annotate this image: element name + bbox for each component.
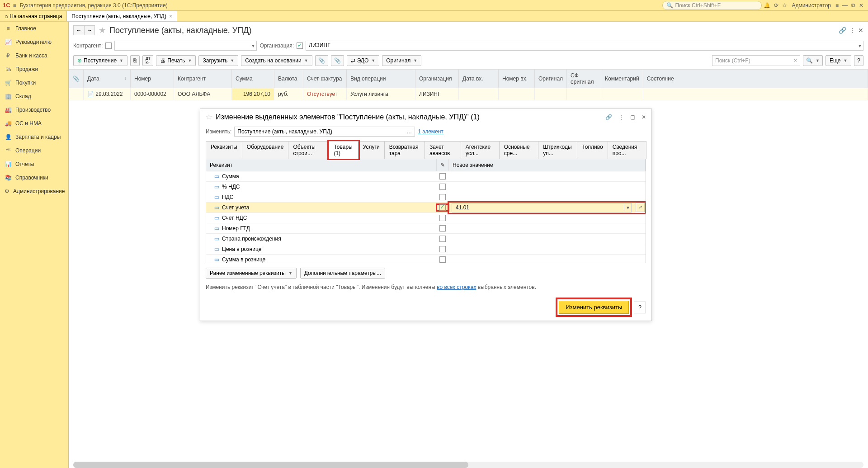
row-checkbox[interactable] bbox=[439, 246, 446, 252]
settings-icon[interactable]: ≡ bbox=[835, 2, 839, 9]
load-button[interactable]: Загрузить▼ bbox=[198, 55, 238, 66]
col-sf-original[interactable]: СФ оригинал bbox=[567, 70, 601, 88]
attach-button[interactable]: 📎 bbox=[331, 55, 344, 66]
horizontal-scrollbar[interactable] bbox=[73, 462, 863, 468]
more-button[interactable]: Еще▼ bbox=[826, 55, 851, 66]
grid-row[interactable]: ▭Цена в рознице bbox=[206, 244, 646, 255]
col-contragent[interactable]: Контрагент bbox=[174, 70, 232, 88]
restore-icon[interactable]: ⧉ bbox=[851, 2, 855, 9]
favorite-icon[interactable]: ★ bbox=[99, 25, 106, 35]
close-icon[interactable]: ✕ bbox=[859, 2, 863, 9]
tab-close-icon[interactable]: × bbox=[169, 13, 172, 19]
tab-home[interactable]: ⌂ Начальная страница bbox=[0, 11, 67, 21]
panel-more-icon[interactable]: ⋮ bbox=[618, 114, 624, 120]
star-icon[interactable]: ☆ bbox=[782, 2, 787, 9]
col-invoice[interactable]: Счет-фактура bbox=[303, 70, 347, 88]
tab-goods[interactable]: Товары (1) bbox=[329, 141, 358, 159]
col-state[interactable]: Состояние bbox=[643, 70, 868, 88]
col-num-in[interactable]: Номер вх. bbox=[499, 70, 535, 88]
grid-row[interactable]: ▭НДС bbox=[206, 192, 646, 203]
col-number[interactable]: Номер bbox=[131, 70, 174, 88]
tab-receipts[interactable]: Поступление (акты, накладные, УПД) × bbox=[67, 11, 177, 21]
global-search-input[interactable]: 🔍 Поиск Ctrl+Shift+F bbox=[662, 1, 762, 10]
original-button[interactable]: Оригинал▼ bbox=[382, 55, 421, 66]
more-icon[interactable]: ⋮ bbox=[849, 27, 855, 34]
col-currency[interactable]: Валюта bbox=[274, 70, 303, 88]
col-sum[interactable]: Сумма bbox=[232, 70, 274, 88]
grid-row[interactable]: ▭Номер ГТД bbox=[206, 223, 646, 234]
clear-icon[interactable]: × bbox=[794, 57, 797, 64]
panel-link-icon[interactable]: 🔗 bbox=[605, 114, 612, 120]
col-comment[interactable]: Комментарий bbox=[601, 70, 643, 88]
ellipsis-icon[interactable]: … bbox=[406, 128, 412, 135]
col-clip[interactable]: 📎 bbox=[69, 70, 84, 88]
row-checkbox[interactable] bbox=[439, 236, 446, 242]
sidebar-item-admin[interactable]: ⚙Администрирование bbox=[0, 184, 68, 198]
row-checkbox[interactable] bbox=[439, 173, 446, 180]
grid-col-newvalue[interactable]: Новое значение bbox=[449, 159, 646, 171]
sidebar-item-warehouse[interactable]: 🏢Склад bbox=[0, 90, 68, 103]
nav-back-button[interactable]: ← bbox=[73, 25, 84, 35]
tab-returnable[interactable]: Возвратная тара bbox=[384, 141, 425, 159]
panel-help-button[interactable]: ? bbox=[634, 302, 646, 313]
grid-row[interactable]: ▭Сумма bbox=[206, 171, 646, 182]
table-search-input[interactable]: Поиск (Ctrl+F)× bbox=[712, 55, 800, 66]
grid-col-attribute[interactable]: Реквизит bbox=[206, 159, 437, 171]
row-checkbox[interactable] bbox=[439, 225, 446, 232]
link-icon[interactable]: 🔗 bbox=[839, 27, 846, 34]
tab-barcodes[interactable]: Штрихкоды уп... bbox=[538, 141, 577, 159]
tab-requisites[interactable]: Реквизиты bbox=[206, 141, 242, 159]
value-input[interactable]: 41.01▾ bbox=[452, 203, 632, 213]
count-link[interactable]: 1 элемент bbox=[418, 128, 443, 135]
sidebar-item-sales[interactable]: 🛍Продажи bbox=[0, 62, 68, 76]
tab-advance[interactable]: Зачет авансов bbox=[425, 141, 461, 159]
table-row[interactable]: 📄 29.03.2022 0000-000002 ООО АЛЬФА 196 2… bbox=[69, 88, 868, 100]
apply-button[interactable]: Изменить реквизиты bbox=[559, 301, 629, 314]
related-button[interactable]: 📎 bbox=[315, 55, 328, 66]
previous-changes-button[interactable]: Ранее измененные реквизиты▼ bbox=[206, 268, 297, 279]
main-menu-icon[interactable]: ≡ bbox=[13, 2, 16, 9]
user-label[interactable]: Администратор bbox=[792, 2, 831, 9]
bell-icon[interactable]: 🔔 bbox=[764, 2, 770, 9]
sidebar-item-purchases[interactable]: 🛒Покупки bbox=[0, 76, 68, 90]
filter-org-combo[interactable]: ЛИЗИНГ bbox=[306, 41, 863, 51]
filter-contragent-checkbox[interactable] bbox=[105, 43, 112, 49]
tab-equipment[interactable]: Оборудование bbox=[242, 141, 289, 159]
sidebar-item-bank[interactable]: ₽Банк и касса bbox=[0, 49, 68, 62]
copy-button[interactable]: ⎘ bbox=[130, 55, 140, 66]
panel-close-icon[interactable]: ✕ bbox=[642, 114, 646, 120]
sidebar-item-assets[interactable]: 🚚ОС и НМА bbox=[0, 117, 68, 130]
tab-build-objects[interactable]: Объекты строи... bbox=[288, 141, 329, 159]
help-button[interactable]: ? bbox=[854, 55, 863, 66]
scrollbar-thumb[interactable] bbox=[73, 462, 468, 468]
tab-tracking[interactable]: Сведения про... bbox=[608, 141, 646, 159]
col-original[interactable]: Оригинал bbox=[535, 70, 567, 88]
sidebar-item-production[interactable]: 🏭Производство bbox=[0, 103, 68, 117]
edo-button[interactable]: ⇄ЭДО▼ bbox=[347, 55, 380, 66]
print-button[interactable]: 🖨Печать▼ bbox=[156, 55, 196, 66]
dropdown-icon[interactable]: ▾ bbox=[624, 204, 631, 211]
history-icon[interactable]: ⟳ bbox=[774, 2, 778, 9]
row-checkbox[interactable] bbox=[439, 184, 446, 190]
sidebar-item-hr[interactable]: 👤Зарплата и кадры bbox=[0, 130, 68, 144]
tab-services[interactable]: Услуги bbox=[358, 141, 385, 159]
col-org[interactable]: Организация bbox=[415, 70, 459, 88]
panel-maximize-icon[interactable]: ▢ bbox=[630, 114, 635, 120]
extra-params-button[interactable]: Дополнительные параметры... bbox=[300, 268, 385, 279]
tab-fixed-assets[interactable]: Основные сре... bbox=[499, 141, 539, 159]
sidebar-item-operations[interactable]: ᴬᴷОперации bbox=[0, 144, 68, 157]
row-checkbox[interactable] bbox=[439, 194, 446, 200]
sidebar-item-manager[interactable]: 📈Руководителю bbox=[0, 35, 68, 49]
sidebar-item-directories[interactable]: 📚Справочники bbox=[0, 171, 68, 184]
change-type-field[interactable]: Поступление (акты, накладные, УПД)… bbox=[234, 127, 415, 137]
filter-contragent-combo[interactable] bbox=[114, 41, 257, 51]
filter-org-checkbox[interactable] bbox=[297, 43, 303, 49]
panel-favorite-icon[interactable]: ☆ bbox=[206, 113, 212, 121]
find-button[interactable]: 🔍▼ bbox=[803, 55, 823, 66]
receipt-button[interactable]: ⊕Поступление▼ bbox=[73, 55, 127, 66]
minimize-icon[interactable]: — bbox=[842, 2, 848, 9]
grid-row[interactable]: ▭Сумма в рознице bbox=[206, 255, 646, 263]
grid-row[interactable]: ▭% НДС bbox=[206, 182, 646, 192]
page-close-icon[interactable]: ✕ bbox=[858, 27, 863, 34]
grid-row-selected[interactable]: ▭Счет учета 41.01▾ ↗ bbox=[206, 203, 646, 213]
